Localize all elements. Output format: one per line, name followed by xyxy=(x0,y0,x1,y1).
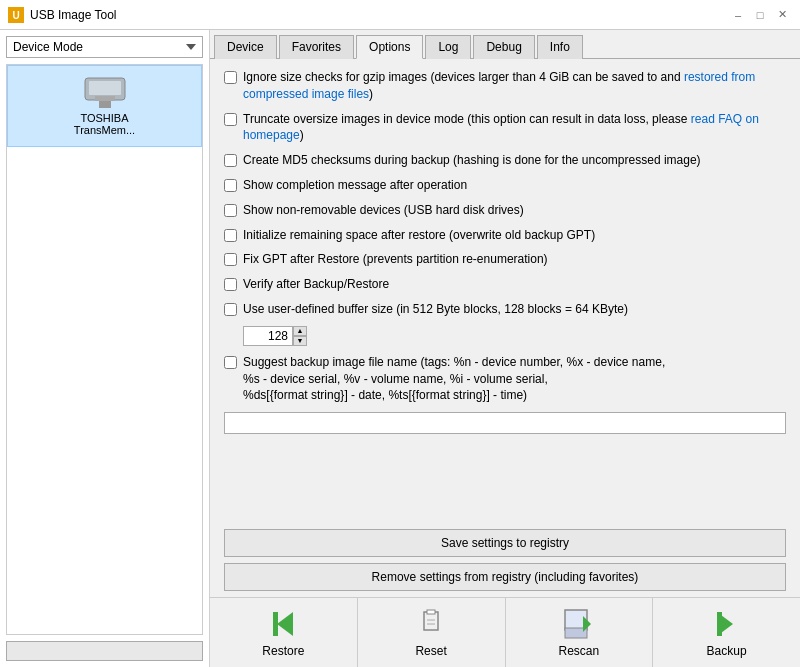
restore-button[interactable]: Restore xyxy=(210,598,358,667)
reset-label: Reset xyxy=(415,644,446,658)
backup-button[interactable]: Backup xyxy=(653,598,800,667)
option-label-5: Show non-removable devices (USB hard dis… xyxy=(243,202,524,219)
svg-rect-7 xyxy=(273,612,278,636)
option-label-7: Fix GPT after Restore (prevents partitio… xyxy=(243,251,548,268)
option-checkbox-buffer[interactable] xyxy=(224,303,237,316)
option-row-8: Verify after Backup/Restore xyxy=(224,276,786,293)
close-button[interactable]: ✕ xyxy=(772,6,792,24)
option-row-7: Fix GPT after Restore (prevents partitio… xyxy=(224,251,786,268)
option-label-6: Initialize remaining space after restore… xyxy=(243,227,595,244)
tab-options[interactable]: Options xyxy=(356,35,423,59)
reset-button[interactable]: Reset xyxy=(358,598,506,667)
maximize-button[interactable]: □ xyxy=(750,6,770,24)
svg-rect-9 xyxy=(427,610,435,614)
spin-buttons: ▲ ▼ xyxy=(293,326,307,346)
tab-device[interactable]: Device xyxy=(214,35,277,59)
spin-up-button[interactable]: ▲ xyxy=(293,326,307,336)
reset-icon xyxy=(415,608,447,640)
backup-label: Backup xyxy=(707,644,747,658)
option-label-2: Truncate oversize images in device mode … xyxy=(243,111,786,145)
rescan-button[interactable]: Rescan xyxy=(506,598,654,667)
spin-down-button[interactable]: ▼ xyxy=(293,336,307,346)
option-checkbox-1[interactable] xyxy=(224,71,237,84)
option-label-8: Verify after Backup/Restore xyxy=(243,276,389,293)
option-checkbox-2[interactable] xyxy=(224,113,237,126)
remove-settings-button[interactable]: Remove settings from registry (including… xyxy=(224,563,786,591)
option-row-1: Ignore size checks for gzip images (devi… xyxy=(224,69,786,103)
app-title: USB Image Tool xyxy=(30,8,117,22)
svg-rect-8 xyxy=(424,612,438,630)
tab-favorites[interactable]: Favorites xyxy=(279,35,354,59)
option-label-buffer: Use user-defined buffer size (in 512 Byt… xyxy=(243,301,628,318)
device-list: TOSHIBATransMem... xyxy=(6,64,203,635)
bottom-toolbar: Restore Reset Rescan xyxy=(210,597,800,667)
option-label-3: Create MD5 checksums during backup (hash… xyxy=(243,152,701,169)
left-panel: Device Mode Volume Mode TOSHIBATransMem.… xyxy=(0,30,210,667)
option-row-suggest: Suggest backup image file name (tags: %n… xyxy=(224,354,786,404)
svg-rect-4 xyxy=(99,100,111,108)
tab-bar: Device Favorites Options Log Debug Info xyxy=(210,30,800,59)
svg-text:U: U xyxy=(12,10,19,21)
option-label-1: Ignore size checks for gzip images (devi… xyxy=(243,69,786,103)
suggest-input[interactable] xyxy=(224,412,786,434)
buffer-input[interactable] xyxy=(243,326,293,346)
option-row-6: Initialize remaining space after restore… xyxy=(224,227,786,244)
svg-rect-5 xyxy=(95,96,115,101)
buffer-input-group: ▲ ▼ xyxy=(243,326,307,346)
svg-marker-6 xyxy=(277,612,293,636)
app-icon: U xyxy=(8,7,24,23)
option-label-4: Show completion message after operation xyxy=(243,177,467,194)
option-checkbox-8[interactable] xyxy=(224,278,237,291)
device-icon xyxy=(81,76,129,108)
minimize-button[interactable]: – xyxy=(728,6,748,24)
rescan-label: Rescan xyxy=(559,644,600,658)
device-item[interactable]: TOSHIBATransMem... xyxy=(7,65,202,147)
title-bar: U USB Image Tool – □ ✕ xyxy=(0,0,800,30)
option-row-buffer: Use user-defined buffer size (in 512 Byt… xyxy=(224,301,786,318)
option-checkbox-7[interactable] xyxy=(224,253,237,266)
svg-rect-3 xyxy=(89,81,121,95)
option-checkbox-6[interactable] xyxy=(224,229,237,242)
restore-icon xyxy=(267,608,299,640)
rescan-icon xyxy=(563,608,595,640)
main-container: Device Mode Volume Mode TOSHIBATransMem.… xyxy=(0,30,800,667)
option-checkbox-3[interactable] xyxy=(224,154,237,167)
right-panel: Device Favorites Options Log Debug Info … xyxy=(210,30,800,667)
option-row-4: Show completion message after operation xyxy=(224,177,786,194)
option-checkbox-4[interactable] xyxy=(224,179,237,192)
device-mode-select[interactable]: Device Mode Volume Mode xyxy=(6,36,203,58)
option-checkbox-suggest[interactable] xyxy=(224,356,237,369)
restore-label: Restore xyxy=(262,644,304,658)
tab-info[interactable]: Info xyxy=(537,35,583,59)
buffer-row: ▲ ▼ xyxy=(224,326,786,346)
tab-debug[interactable]: Debug xyxy=(473,35,534,59)
backup-icon xyxy=(711,608,743,640)
title-bar-left: U USB Image Tool xyxy=(8,7,117,23)
suggest-input-container xyxy=(224,412,786,450)
action-buttons: Save settings to registry Remove setting… xyxy=(210,523,800,597)
option-checkbox-5[interactable] xyxy=(224,204,237,217)
svg-marker-16 xyxy=(717,612,733,636)
option-row-2: Truncate oversize images in device mode … xyxy=(224,111,786,145)
options-content: Ignore size checks for gzip images (devi… xyxy=(210,59,800,523)
option-label-suggest: Suggest backup image file name (tags: %n… xyxy=(243,354,665,404)
option-row-5: Show non-removable devices (USB hard dis… xyxy=(224,202,786,219)
window-controls: – □ ✕ xyxy=(728,6,792,24)
option-row-3: Create MD5 checksums during backup (hash… xyxy=(224,152,786,169)
left-bottom xyxy=(0,635,209,667)
tab-log[interactable]: Log xyxy=(425,35,471,59)
save-settings-button[interactable]: Save settings to registry xyxy=(224,529,786,557)
device-name: TOSHIBATransMem... xyxy=(74,112,135,136)
left-bottom-button[interactable] xyxy=(6,641,203,661)
